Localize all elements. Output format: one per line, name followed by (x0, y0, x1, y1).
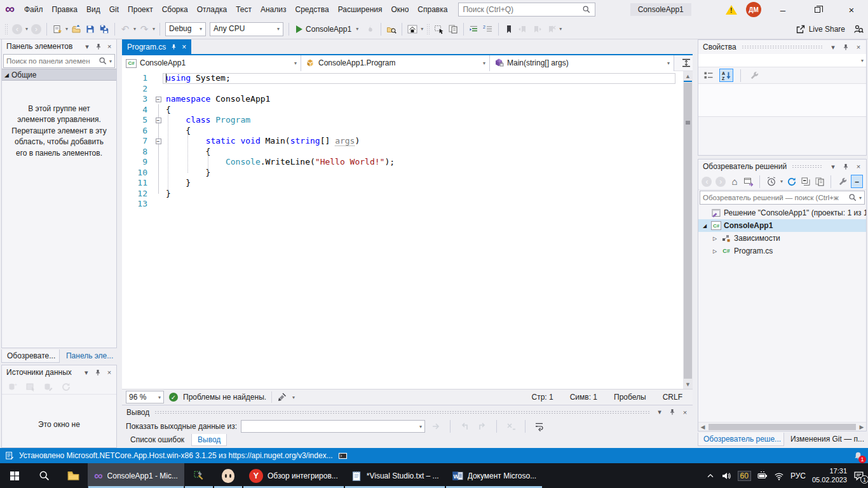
tab-solution-explorer[interactable]: Обозреватель реше... (698, 433, 784, 446)
code-line-5[interactable]: 5− class Program (122, 115, 683, 126)
code-line-11[interactable]: 11 } (122, 178, 683, 189)
collapse-all-icon[interactable] (801, 175, 811, 188)
split-editor-button[interactable] (680, 55, 693, 71)
notepad-task[interactable]: *Visual Studio.txt – ... (344, 463, 445, 488)
edit-datasource-icon[interactable] (42, 381, 55, 393)
volume-icon[interactable] (721, 471, 731, 481)
word-task[interactable]: WДокумент Microso... (445, 463, 543, 488)
code-line-7[interactable]: 7− static void Main(string[] args) (122, 136, 683, 147)
breakpoint-margin[interactable] (122, 157, 132, 168)
scrollbar-thumb[interactable] (684, 83, 692, 379)
breakpoint-margin[interactable] (122, 147, 132, 158)
tab-error-list[interactable]: Список ошибок (125, 434, 190, 445)
tab-toolbox[interactable]: Панель эле... (61, 349, 117, 362)
chevron-down-icon[interactable]: ▾ (292, 395, 295, 400)
pin-icon[interactable] (667, 407, 677, 417)
horizontal-scrollbar[interactable]: ◀ ▶ (698, 422, 866, 431)
undo-icon[interactable]: ↶ (119, 23, 132, 36)
panel-grip[interactable] (154, 410, 649, 414)
chevron-down-icon[interactable]: ▾ (654, 407, 665, 417)
code-line-12[interactable]: 12} (122, 189, 683, 200)
toolbox-group-general[interactable]: ◢ Общие (2, 69, 116, 81)
save-all-icon[interactable] (98, 23, 111, 36)
nav-forward-icon[interactable]: › (30, 23, 43, 36)
scrollbar-thumb[interactable] (709, 424, 856, 430)
minimize-button[interactable]: – (770, 0, 796, 19)
bookmark-icon[interactable] (503, 23, 515, 36)
tray-clock[interactable]: 17:3105.02.2023 (812, 467, 847, 484)
pin-icon[interactable] (94, 41, 103, 51)
code-line-9[interactable]: 9 Console.WriteLine("Hello World!"); (122, 157, 683, 168)
tree-item-consoleapp1[interactable]: ◢C#ConsoleApp1 (698, 219, 866, 232)
quick-search-box[interactable]: Поиск (Ctrl+Q) (458, 3, 595, 17)
fold-margin[interactable] (154, 199, 163, 210)
goto-message-icon[interactable] (430, 420, 442, 433)
run-button[interactable]: ConsoleApp1▾ (292, 22, 363, 37)
code-editor[interactable]: 1using System;23−namespace ConsoleApp14{… (122, 71, 693, 389)
vertical-scrollbar[interactable]: ▲ ▼ (683, 71, 693, 389)
feedback-icon[interactable] (852, 23, 865, 36)
nav-back-icon[interactable]: ‹ (11, 23, 24, 36)
menu-Вид[interactable]: Вид (82, 0, 105, 19)
outdent-icon[interactable]: 2 (482, 23, 494, 36)
nav-project-combo[interactable]: C#ConsoleApp1▾ (122, 55, 301, 71)
column-indicator[interactable]: Симв: 1 (570, 393, 597, 402)
taskbar-search-button[interactable] (29, 463, 58, 488)
menu-Git[interactable]: Git (105, 0, 123, 19)
yandex-browser-task[interactable]: YОбзор интегриров... (243, 463, 344, 488)
startup-page-icon[interactable] (406, 23, 419, 36)
bookmark-prev-icon[interactable] (517, 23, 529, 36)
console-window-icon[interactable] (338, 451, 348, 461)
tab-object-browser[interactable]: Обозревате... (1, 349, 60, 363)
search-icon[interactable] (582, 5, 591, 14)
output-source-combo[interactable]: ▾ (241, 420, 425, 433)
panel-grip[interactable] (792, 165, 823, 168)
preview-selected-items-icon[interactable]: – (851, 175, 863, 188)
warning-icon[interactable]: ! (726, 5, 737, 15)
close-icon[interactable]: × (853, 161, 864, 172)
chevron-down-icon[interactable]: ▾ (25, 26, 28, 32)
zoom-combo[interactable]: 96 % ▾ (126, 391, 164, 403)
indent-icon[interactable] (468, 23, 480, 36)
file-explorer-button[interactable] (58, 463, 88, 488)
fold-margin[interactable] (154, 84, 163, 95)
chevron-down-icon[interactable]: ▾ (65, 26, 68, 32)
scroll-up-icon[interactable]: ▲ (683, 71, 693, 81)
pin-icon[interactable] (841, 42, 851, 52)
solution-search-box[interactable]: Обозреватель решений — поиск (Ctrl+ж ▾ (700, 191, 865, 205)
chevron-down-icon[interactable]: ▾ (828, 161, 838, 172)
menu-Отладка[interactable]: Отладка (193, 0, 231, 19)
chevron-down-icon[interactable]: ▾ (828, 42, 838, 52)
close-icon[interactable]: × (680, 407, 690, 417)
alphabetical-sort-icon[interactable]: AZ (719, 69, 733, 82)
action-center-button[interactable]: 1 (853, 470, 864, 481)
breakpoint-margin[interactable] (122, 168, 132, 179)
collapse-box-icon[interactable]: − (156, 118, 161, 123)
properties-icon[interactable] (837, 175, 848, 188)
close-icon[interactable]: × (105, 41, 114, 51)
pin-icon[interactable] (170, 43, 177, 51)
nav-type-combo[interactable]: ConsoleApp1.Program▾ (301, 55, 490, 71)
clear-all-icon[interactable] (505, 420, 517, 433)
avatar[interactable]: ДМ (746, 2, 761, 17)
breakpoint-margin[interactable] (122, 94, 132, 105)
menu-Средства[interactable]: Средства (291, 0, 334, 19)
save-icon[interactable] (84, 23, 97, 36)
fold-margin[interactable]: − (154, 94, 163, 105)
search-icon[interactable] (98, 57, 107, 65)
sync-with-active-document-icon[interactable] (815, 175, 825, 188)
code-cleanup-icon[interactable] (277, 392, 287, 402)
code-line-3[interactable]: 3−namespace ConsoleApp1 (122, 94, 683, 105)
tools-app-task[interactable] (184, 463, 214, 488)
home-icon[interactable]: ⌂ (729, 175, 740, 188)
chevron-down-icon[interactable]: ▾ (483, 60, 485, 66)
close-icon[interactable]: × (853, 42, 864, 52)
platform-combo[interactable]: Any CPU▾ (210, 22, 283, 36)
tray-expand-icon[interactable] (706, 471, 715, 480)
scroll-down-icon[interactable]: ▼ (683, 379, 693, 389)
toolbox-search[interactable]: Поиск по панели элемен ▾ (3, 54, 115, 68)
visual-studio-task[interactable]: ∞ConsoleApp1 - Mic... (88, 463, 184, 488)
breakpoint-margin[interactable] (122, 178, 132, 189)
hot-reload-icon[interactable] (364, 23, 377, 36)
tab-output[interactable]: Вывод (191, 434, 227, 446)
